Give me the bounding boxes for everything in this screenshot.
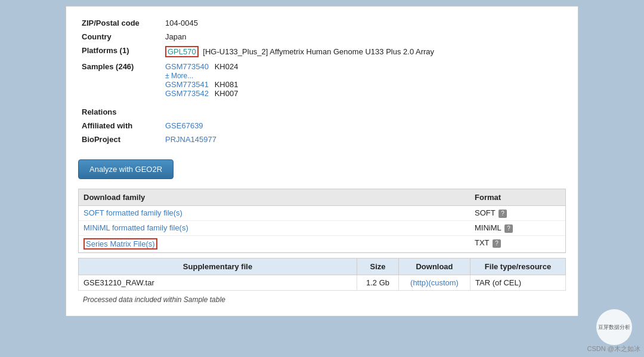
country-label: Country bbox=[78, 30, 162, 44]
sample1-name: KH024 bbox=[215, 62, 239, 71]
sample1-link[interactable]: GSM773540 bbox=[165, 62, 209, 71]
miniml-help-icon[interactable]: ? bbox=[504, 224, 513, 233]
format-label: Format bbox=[470, 189, 565, 205]
supp-size: 1.2 Gb bbox=[357, 275, 399, 291]
supp-header-row: Supplementary file Size Download File ty… bbox=[79, 258, 566, 275]
supp-col-size: Size bbox=[357, 258, 399, 275]
platforms-row: Platforms (1) GPL570 [HG-U133_Plus_2] Af… bbox=[78, 44, 566, 60]
zip-value: 104-0045 bbox=[162, 16, 566, 30]
affiliated-row: Affiliated with GSE67639 bbox=[78, 119, 566, 133]
zip-row: ZIP/Postal code 104-0045 bbox=[78, 16, 566, 30]
sample3-name: KH007 bbox=[215, 89, 239, 98]
supp-col-file: Supplementary file bbox=[79, 258, 357, 275]
platform-desc: [HG-U133_Plus_2] Affymetrix Human Genome… bbox=[203, 47, 434, 56]
bioproject-value: PRJNA145977 bbox=[162, 133, 566, 146]
sample2-name: KH081 bbox=[215, 80, 239, 89]
watermark: 豆芽数据分析 bbox=[596, 309, 632, 345]
download-row-soft: SOFT formatted family file(s) SOFT ? bbox=[79, 206, 565, 221]
affiliated-value: GSE67639 bbox=[162, 119, 566, 133]
supp-col-download: Download bbox=[399, 258, 470, 275]
download-http-link[interactable]: (http) bbox=[410, 278, 428, 287]
download-custom-link[interactable]: (custom) bbox=[428, 278, 459, 287]
miniml-link[interactable]: MINiML formatted family file(s) bbox=[83, 223, 188, 232]
txt-format: TXT bbox=[475, 238, 489, 247]
supplementary-table: Supplementary file Size Download File ty… bbox=[78, 258, 566, 291]
soft-format: SOFT bbox=[475, 208, 495, 217]
samples-label: Samples (246) bbox=[78, 60, 162, 100]
download-family-header: Download family Format bbox=[79, 189, 565, 206]
supp-filename: GSE31210_RAW.tar bbox=[79, 275, 357, 291]
platforms-label: Platforms (1) bbox=[78, 44, 162, 60]
more-link[interactable]: ± More... bbox=[165, 72, 193, 80]
samples-row: Samples (246) GSM773540 KH024 ± More... … bbox=[78, 60, 566, 100]
platforms-value: GPL570 [HG-U133_Plus_2] Affymetrix Human… bbox=[162, 44, 566, 60]
supp-filetype: TAR (of CEL) bbox=[470, 275, 566, 291]
download-row-series-matrix: Series Matrix File(s) TXT ? bbox=[79, 236, 565, 253]
analyze-button[interactable]: Analyze with GEO2R bbox=[78, 159, 174, 179]
series-matrix-link[interactable]: Series Matrix File(s) bbox=[86, 239, 155, 248]
supp-data-row: GSE31210_RAW.tar 1.2 Gb (http)(custom) T… bbox=[79, 275, 566, 291]
bioproject-row: BioProject PRJNA145977 bbox=[78, 133, 566, 146]
platform-link[interactable]: GPL570 bbox=[168, 47, 196, 56]
download-row-miniml: MINiML formatted family file(s) MINiML ? bbox=[79, 221, 565, 236]
affiliated-label: Affiliated with bbox=[78, 119, 162, 133]
country-value: Japan bbox=[162, 30, 566, 44]
sample2-link[interactable]: GSM773541 bbox=[165, 80, 209, 89]
info-table: ZIP/Postal code 104-0045 Country Japan P… bbox=[78, 16, 566, 146]
samples-value: GSM773540 KH024 ± More... GSM773541 KH08… bbox=[162, 60, 566, 100]
download-family-section: Download family Format SOFT formatted fa… bbox=[78, 189, 566, 253]
sample3-link[interactable]: GSM773542 bbox=[165, 89, 209, 98]
bioproject-link[interactable]: PRJNA145977 bbox=[165, 135, 216, 144]
processed-note: Processed data included within Sample ta… bbox=[78, 293, 566, 306]
soft-help-icon[interactable]: ? bbox=[499, 210, 507, 218]
soft-link[interactable]: SOFT formatted family file(s) bbox=[83, 208, 182, 217]
relations-header-row: Relations bbox=[78, 105, 566, 119]
csdn-label: CSDN @木之如冰 bbox=[587, 344, 640, 353]
supp-col-filetype: File type/resource bbox=[470, 258, 566, 275]
country-row: Country Japan bbox=[78, 30, 566, 44]
txt-help-icon[interactable]: ? bbox=[493, 239, 501, 248]
zip-label: ZIP/Postal code bbox=[78, 16, 162, 30]
main-container: ZIP/Postal code 104-0045 Country Japan P… bbox=[66, 6, 578, 316]
miniml-format: MINiML bbox=[475, 223, 501, 232]
bioproject-label: BioProject bbox=[78, 133, 162, 146]
affiliated-link[interactable]: GSE67639 bbox=[165, 121, 203, 130]
download-family-label: Download family bbox=[79, 189, 470, 205]
relations-title: Relations bbox=[78, 105, 566, 119]
supp-download-cell: (http)(custom) bbox=[399, 275, 470, 291]
